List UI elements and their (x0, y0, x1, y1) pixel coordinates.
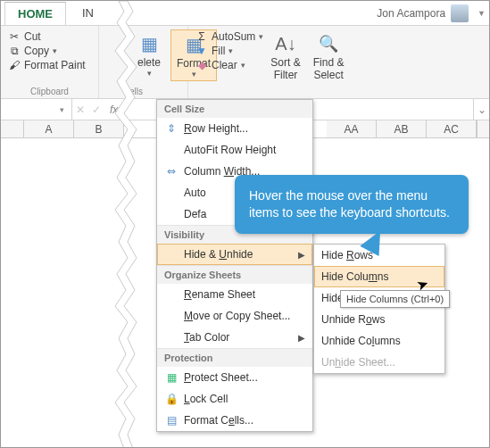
col-header[interactable]: AA (327, 120, 377, 137)
copy-label: Copy (24, 45, 49, 57)
col-header[interactable]: AB (377, 120, 427, 137)
brush-icon: 🖌 (8, 59, 21, 71)
fill-button[interactable]: ▼Fill ▾ (195, 44, 263, 58)
submenu-unhide-columns[interactable]: Unhide Columns (314, 330, 444, 352)
group-clipboard: ✂Cut ⧉Copy ▾ 🖌Format Paint Clipboard (1, 26, 99, 98)
annotation-callout: Hover the mouse over the menu items to s… (235, 175, 469, 234)
delete-label: elete (137, 56, 161, 69)
fx-cancel: ✕ (72, 104, 88, 116)
find-select-button[interactable]: 🔍 Find & Select (308, 29, 350, 83)
fx-confirm: ✓ (88, 104, 104, 116)
clear-label: Clear (212, 59, 237, 71)
menu-row-height[interactable]: ⇕Row Height... (157, 118, 312, 139)
copy-button[interactable]: ⧉Copy ▾ (8, 44, 91, 58)
col-header[interactable]: A (24, 120, 74, 137)
paint-label: Format Paint (24, 59, 86, 71)
submenu-arrow-icon: ▶ (298, 250, 305, 260)
menu-format-cells[interactable]: ▤Format Cells... (157, 410, 312, 431)
autofit-row-label: AutoFit Row Height (184, 144, 276, 156)
binoculars-icon: 🔍 (314, 31, 343, 56)
row-height-icon: ⇕ (164, 122, 179, 135)
ribbon: ✂Cut ⧉Copy ▾ 🖌Format Paint Clipboard ▦ e… (1, 26, 489, 99)
chevron-down-icon[interactable]: ▾ (60, 105, 64, 114)
tab-home[interactable]: HOME (4, 2, 66, 25)
col-header[interactable]: B (74, 120, 124, 137)
fill-icon: ▼ (195, 45, 208, 57)
autosum-button[interactable]: ΣAutoSum ▾ (195, 29, 263, 44)
protect-icon: ▦ (164, 371, 179, 384)
eraser-icon: ◆ (195, 59, 208, 71)
autosum-label: AutoSum (212, 30, 255, 43)
chevron-down-icon: ▾ (241, 61, 245, 70)
menu-tab-color[interactable]: Tab Color▶ (157, 327, 312, 348)
menu-move-copy-sheet[interactable]: Move or Copy Sheet... (157, 305, 312, 327)
menu-protect-sheet[interactable]: ▦Protect Sheet... (157, 367, 312, 388)
chevron-down-icon[interactable]: ▼ (478, 9, 486, 18)
sort-label: Sort & Filter (270, 56, 300, 81)
lock-icon: 🔒 (164, 393, 179, 405)
find-label: Find & Select (313, 56, 345, 81)
group-label-cells: ells (129, 85, 180, 96)
menu-lock-cell[interactable]: 🔒Lock Cell (157, 388, 312, 410)
menu-rename-sheet[interactable]: Rename Sheet (157, 284, 312, 305)
menu-hide-unhide[interactable]: Hide & Unhide▶ (157, 244, 312, 265)
chevron-down-icon: ▾ (259, 32, 263, 41)
menu-autofit-row[interactable]: AutoFit Row Height (157, 139, 312, 161)
group-editing: ΣAutoSum ▾ ▼Fill ▾ ◆Clear ▾ A↓ Sort & Fi… (188, 26, 356, 98)
col-header[interactable]: AC (427, 120, 477, 137)
cut-label: Cut (24, 30, 41, 43)
select-all-corner[interactable] (1, 120, 24, 137)
fill-label: Fill (212, 45, 225, 57)
expand-formula-bar[interactable]: ⌄ (473, 99, 489, 120)
account-name[interactable]: Jon Acampora (377, 7, 445, 20)
submenu-unhide-rows[interactable]: Unhide Rows (314, 309, 444, 330)
fx-icon[interactable]: fx (104, 104, 123, 116)
chevron-down-icon: ▾ (228, 46, 233, 55)
submenu-unhide-sheet: Unhide Sheet... (314, 352, 444, 373)
chevron-down-icon: ▾ (147, 69, 152, 78)
tooltip: Hide Columns (Ctrl+0) (340, 290, 450, 308)
clear-button[interactable]: ◆Clear ▾ (195, 58, 263, 72)
delete-icon: ▦ (135, 31, 163, 56)
menu-section-cellsize: Cell Size (157, 100, 312, 118)
avatar[interactable] (451, 4, 469, 22)
group-label-clipboard: Clipboard (8, 85, 91, 96)
group-cells-fragment: ▦ elete ▾ ▦ Format ▾ ells (99, 26, 188, 98)
menu-section-protection: Protection (157, 348, 312, 367)
menu-section-organize: Organize Sheets (157, 265, 312, 284)
format-painter-button[interactable]: 🖌Format Paint (8, 58, 91, 72)
scissors-icon: ✂ (8, 30, 21, 43)
titlebar: HOME IN Jon Acampora ▼ (1, 1, 489, 26)
format-menu: Cell Size ⇕Row Height... AutoFit Row Hei… (156, 99, 313, 432)
sigma-icon: Σ (195, 30, 208, 43)
delete-button-fragment[interactable]: ▦ elete ▾ (129, 29, 169, 79)
sort-icon: A↓ (271, 31, 300, 56)
chevron-down-icon: ▾ (53, 46, 57, 55)
submenu-arrow-icon: ▶ (298, 333, 305, 343)
format-cells-icon: ▤ (164, 414, 179, 427)
col-width-icon: ⇔ (164, 165, 179, 178)
tab-fragment[interactable]: IN (70, 2, 106, 24)
name-box[interactable]: ▾ (1, 99, 72, 120)
cut-button[interactable]: ✂Cut (8, 29, 91, 44)
sort-filter-button[interactable]: A↓ Sort & Filter (265, 29, 305, 83)
scrollbar-v[interactable] (477, 120, 489, 137)
copy-icon: ⧉ (8, 45, 21, 57)
autofit-col-label: Auto (184, 187, 206, 199)
default-label: Defa (184, 208, 206, 220)
hide-unhide-submenu: Hide Rows Hide Columns Hide S Unhide Row… (313, 244, 445, 374)
